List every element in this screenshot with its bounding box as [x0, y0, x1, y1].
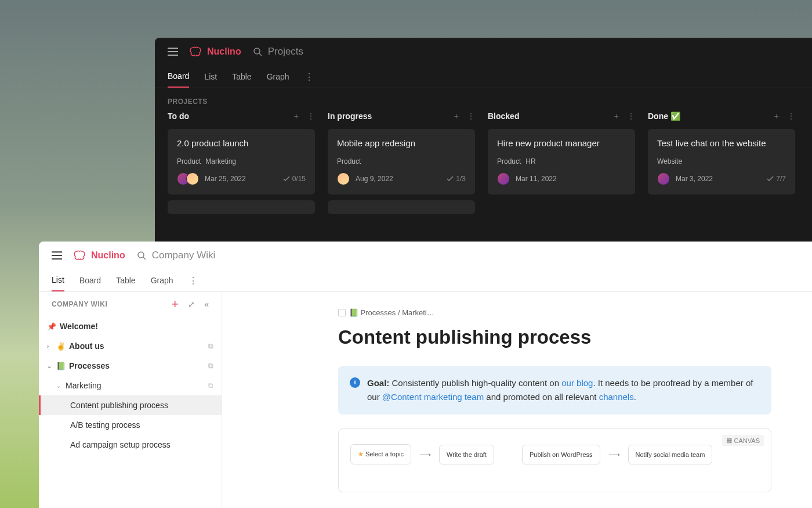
column-more-icon[interactable]: ⋮ [627, 111, 635, 121]
canvas-badge: ▦ CANVAS [722, 435, 764, 446]
pin-icon: 📌 [47, 322, 56, 331]
card-tag: Marketing [205, 157, 236, 165]
dark-topbar: Nuclino Projects [155, 38, 812, 66]
flow-node[interactable]: Write the draft [439, 445, 494, 464]
card-tag: Product [497, 157, 521, 165]
tree-label: Ad campaign setup process [70, 440, 171, 449]
tree-item-ab-testing[interactable]: A/B testing process [39, 415, 222, 435]
svg-line-3 [143, 257, 146, 260]
card-tag: Product [177, 157, 201, 165]
column-title: To do [168, 111, 189, 121]
card-date: Aug 9, 2022 [356, 175, 393, 183]
tree-item-welcome[interactable]: 📌 Welcome! [39, 316, 222, 336]
add-page-icon[interactable]: + [171, 297, 179, 312]
card-date: Mar 25, 2022 [205, 175, 246, 183]
nuclino-logo[interactable]: Nuclino [190, 46, 241, 57]
checkbox-icon[interactable] [338, 309, 346, 316]
column-title: Blocked [488, 111, 519, 121]
folder-icon: ✌️ [56, 342, 66, 351]
flow-diagram: ★Select a topic ⟶ Write the draft ⟶ Publ… [350, 441, 759, 464]
star-icon: ★ [358, 451, 364, 457]
card-tag: HR [525, 157, 535, 165]
link-team[interactable]: @Content marketing team [382, 392, 484, 402]
canvas-embed[interactable]: ▦ CANVAS ★Select a topic ⟶ Write the dra… [338, 428, 771, 492]
expand-icon[interactable]: ⤢ [188, 300, 195, 309]
board-card[interactable]: Hire new product manager Product HR Mar … [488, 129, 635, 194]
board-card[interactable]: 2.0 product launch Product Marketing Mar… [168, 129, 315, 194]
arrow-right-icon: ⟶ [419, 450, 431, 459]
tab-board[interactable]: Board [168, 66, 189, 88]
copy-icon[interactable]: ⧉ [208, 362, 213, 370]
column-more-icon[interactable]: ⋮ [307, 111, 315, 121]
board-card-stub[interactable] [328, 200, 475, 214]
link-channels[interactable]: channels [599, 392, 634, 402]
add-card-icon[interactable]: + [294, 111, 299, 121]
svg-point-0 [254, 48, 260, 54]
card-title: Test live chat on the website [657, 138, 786, 148]
board-card[interactable]: Test live chat on the website Website Ma… [648, 129, 795, 194]
chevron-right-icon: › [47, 343, 53, 350]
dark-projects-window: Nuclino Projects Board List Table Graph … [155, 38, 812, 242]
column-inprogress: In progress +⋮ Mobile app redesign Produ… [328, 111, 475, 214]
tab-graph[interactable]: Graph [267, 66, 289, 87]
menu-icon[interactable] [168, 48, 178, 56]
card-date: Mar 3, 2022 [676, 175, 713, 183]
sidebar: COMPANY WIKI + ⤢ « 📌 Welcome! › ✌️ About… [39, 292, 222, 508]
svg-point-2 [138, 252, 144, 258]
add-card-icon[interactable]: + [454, 111, 459, 121]
board-columns: To do +⋮ 2.0 product launch Product Mark… [155, 111, 812, 214]
menu-icon[interactable] [52, 251, 62, 260]
card-title: Hire new product manager [497, 138, 626, 148]
checklist-icon [283, 176, 290, 182]
tree-label: Content publishing process [70, 401, 168, 410]
chevron-down-icon: ⌄ [56, 383, 62, 389]
tab-more-icon[interactable]: ⋮ [188, 275, 198, 286]
column-done: Done ✅ +⋮ Test live chat on the website … [648, 111, 795, 214]
card-tag: Product [337, 157, 361, 165]
tab-board[interactable]: Board [79, 270, 101, 291]
tab-table[interactable]: Table [116, 270, 135, 291]
tab-graph[interactable]: Graph [151, 270, 173, 291]
tree-item-about[interactable]: › ✌️ About us ⧉ [39, 336, 222, 356]
column-more-icon[interactable]: ⋮ [467, 111, 475, 121]
flow-node[interactable]: Notify social media team [628, 445, 713, 464]
collapse-sidebar-icon[interactable]: « [204, 300, 209, 309]
callout-box: i Goal: Consistently publish high-qualit… [338, 366, 771, 415]
search-dark[interactable]: Projects [253, 46, 303, 57]
nuclino-logo[interactable]: Nuclino [74, 250, 125, 261]
add-card-icon[interactable]: + [774, 111, 779, 121]
avatar [657, 172, 670, 185]
tree-item-ad-campaign[interactable]: Ad campaign setup process [39, 435, 222, 455]
flow-node[interactable]: Publish on WordPress [522, 445, 600, 464]
card-title: Mobile app redesign [337, 138, 466, 148]
page-title: Content publishing process [338, 326, 771, 348]
board-card-stub[interactable] [168, 200, 315, 214]
copy-icon[interactable]: ⧉ [208, 342, 213, 350]
column-title: Done ✅ [648, 111, 680, 121]
search-light[interactable]: Company Wiki [137, 250, 216, 261]
checklist-icon [447, 176, 454, 182]
tab-more-icon[interactable]: ⋮ [304, 71, 314, 82]
tree-label: Welcome! [60, 322, 98, 331]
flow-node[interactable]: ★Select a topic [350, 444, 411, 464]
link-blog[interactable]: our blog [561, 378, 593, 388]
breadcrumb[interactable]: 📗 Processes / Marketi… [338, 308, 771, 317]
view-tabs-dark: Board List Table Graph ⋮ [155, 66, 812, 88]
search-placeholder: Projects [268, 46, 303, 57]
column-more-icon[interactable]: ⋮ [787, 111, 795, 121]
column-title: In progress [328, 111, 372, 121]
tab-list[interactable]: List [204, 66, 217, 87]
light-wiki-window: Nuclino Company Wiki List Board Table Gr… [39, 242, 812, 508]
tree-item-content-publishing[interactable]: Content publishing process [39, 395, 222, 415]
tab-table[interactable]: Table [232, 66, 251, 87]
copy-icon[interactable]: ⧉ [208, 381, 213, 390]
add-card-icon[interactable]: + [614, 111, 619, 121]
section-label: PROJECTS [155, 88, 812, 111]
tree-item-marketing[interactable]: ⌄ Marketing ⧉ [39, 376, 222, 395]
board-card[interactable]: Mobile app redesign Product Aug 9, 2022 … [328, 129, 475, 194]
brand-name: Nuclino [91, 250, 125, 261]
tree-item-processes[interactable]: ⌄ 📗 Processes ⧉ [39, 356, 222, 376]
card-date: Mar 11, 2022 [516, 175, 557, 183]
brain-icon [74, 250, 88, 261]
tab-list[interactable]: List [52, 269, 64, 291]
